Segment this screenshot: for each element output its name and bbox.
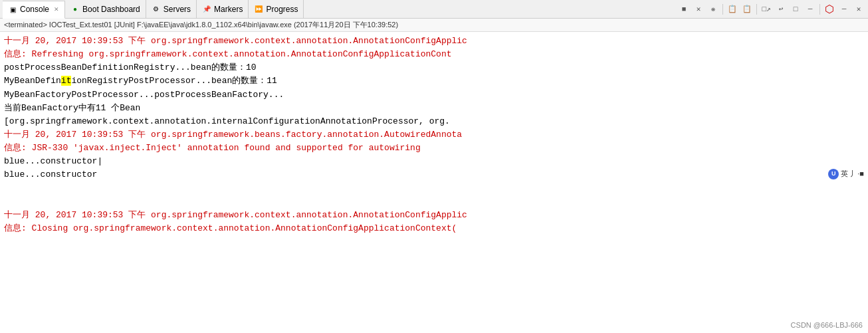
maximize-button[interactable]: □ (789, 3, 802, 16)
console-tab-close[interactable]: ✕ (54, 6, 59, 13)
tab-boot-dashboard[interactable]: ● Boot Dashboard (65, 0, 146, 18)
progress-icon: ⏩ (254, 5, 263, 14)
console-line-10: blue...constructor| (4, 155, 864, 168)
servers-icon: ⚙ (152, 5, 161, 14)
console-line-8: 十一月 20, 2017 10:39:53 下午 org.springframe… (4, 128, 864, 142)
tab-servers[interactable]: ⚙ Servers (146, 0, 197, 18)
console-line-4: MyBeanDefinitionRegistryPostProcessor...… (4, 74, 864, 88)
tab-console[interactable]: ▣ Console ✕ (3, 1, 65, 19)
minimize-button[interactable]: ─ (804, 3, 817, 16)
terminated-text: <terminated> IOCTest_Ext.test01 [JUnit] … (4, 20, 398, 30)
brand-icon: ⬡ (823, 3, 836, 16)
clear-button[interactable]: ❋ (706, 3, 720, 16)
console-content: 十一月 20, 2017 10:39:53 下午 org.springframe… (0, 32, 868, 333)
terminated-bar: <terminated> IOCTest_Ext.test01 [JUnit] … (0, 19, 868, 32)
paste-button[interactable]: 📋 (740, 3, 754, 16)
tab-boot-dashboard-label: Boot Dashboard (82, 5, 140, 14)
console-line-3: postProcessBeanDefinitionRegistry...bean… (4, 61, 864, 74)
stop-button[interactable]: ■ (677, 3, 691, 16)
divider3 (819, 4, 820, 15)
tab-progress[interactable]: ⏩ Progress (249, 0, 304, 18)
copy-button[interactable]: 📋 (726, 3, 739, 16)
close-window-button[interactable]: ✕ (852, 3, 865, 16)
toolbar-right: ■ ✕ ❋ 📋 📋 □↗ ↩ □ ─ ⬡ ─ ✕ (677, 3, 865, 16)
close-button[interactable]: ✕ (692, 3, 705, 16)
tab-markers[interactable]: 📌 Markers (197, 0, 249, 18)
console-line-11: blue...constructor U 英 丿·■ (4, 168, 864, 208)
console-line-6: 当前BeanFactory中有11 个Bean (4, 102, 864, 115)
pin-button[interactable]: ↩ (774, 3, 788, 16)
console-line-9: 信息: JSR-330 'javax.inject.Inject' annota… (4, 142, 864, 155)
console-line-5: MyBeanFactoryPostProcessor...postProcess… (4, 88, 864, 102)
new-window-button[interactable]: □↗ (760, 3, 773, 16)
boot-dashboard-icon: ● (70, 5, 80, 14)
console-line-13: 信息: Closing org.springframework.context.… (4, 222, 864, 235)
restore-button[interactable]: ─ (837, 3, 851, 16)
ime-icon: U (828, 169, 839, 179)
divider1 (722, 4, 723, 15)
watermark-text: CSDN @666-LBJ-666 (791, 321, 863, 329)
ime-status: U 英 丿·■ (828, 168, 864, 179)
tab-console-label: Console (20, 5, 49, 14)
csdn-watermark: CSDN @666-LBJ-666 (791, 321, 863, 329)
ime-text: 英 丿·■ (841, 168, 864, 179)
markers-icon: 📌 (202, 5, 211, 14)
tab-progress-label: Progress (266, 5, 298, 14)
console-tab-icon: ▣ (8, 5, 17, 14)
tab-servers-label: Servers (163, 5, 191, 14)
console-line-7: [org.springframework.context.annotation.… (4, 115, 864, 128)
console-line-12: 十一月 20, 2017 10:39:53 下午 org.springframe… (4, 209, 864, 222)
tab-bar: ▣ Console ✕ ● Boot Dashboard ⚙ Servers 📌… (0, 0, 868, 19)
highlight-span: it (61, 76, 72, 86)
tab-markers-label: Markers (214, 5, 243, 14)
divider2 (756, 4, 757, 15)
console-line-2: 信息: Refreshing org.springframework.conte… (4, 48, 864, 61)
console-line-1: 十一月 20, 2017 10:39:53 下午 org.springframe… (4, 35, 864, 48)
